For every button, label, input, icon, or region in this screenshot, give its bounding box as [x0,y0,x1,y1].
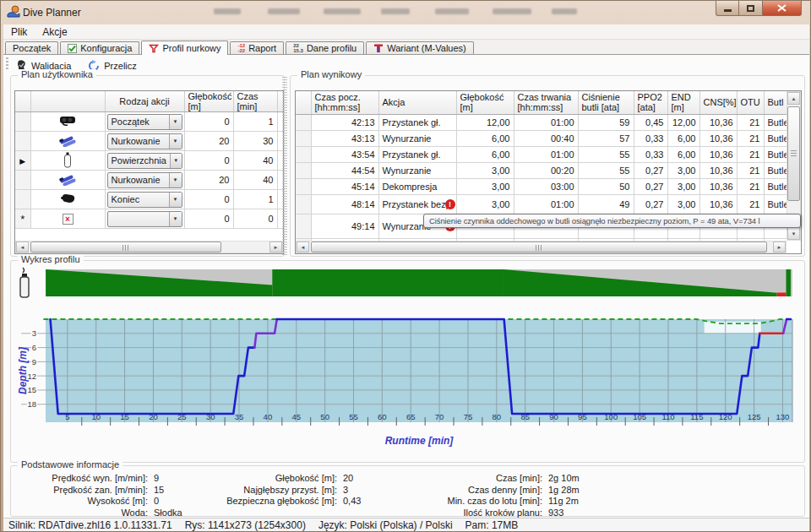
scroll-left-icon[interactable]: ◄ [297,242,309,252]
cell-czas[interactable]: 40 [233,171,277,190]
row-header[interactable] [296,162,311,178]
cell-glebokosc[interactable]: 3,00 [456,194,514,214]
tab-dane-profilu[interactable]: 2215.3 Dane profilu [286,41,364,54]
cell-ppo2[interactable]: 0,33 [634,130,667,146]
cell-ppo2[interactable]: 0,27 [634,178,667,194]
cell-end[interactable]: 12,00 [667,114,699,130]
action-type-dropdown[interactable]: Koniec▼ [107,192,182,208]
cell-glebokosc[interactable]: 3,00 [456,178,514,194]
cell-cns[interactable]: 10,36 [699,162,737,178]
cell-glebokosc[interactable]: 0 [184,112,233,132]
user-grid-hscrollbar[interactable]: ◄ ► [15,241,283,253]
chevron-down-icon[interactable]: ▼ [169,115,182,129]
row-header[interactable] [15,171,30,190]
cell-rodzaj-akcji[interactable]: Nurkowanie▼ [105,132,184,151]
cell-akcja[interactable]: Przystanek bezp.! [378,194,456,214]
cell-czas-trwania[interactable]: 01:00 [514,114,578,130]
cell-czas-pocz[interactable]: 43:13 [311,130,378,146]
cell-ppo2[interactable]: 0,27 [634,194,667,214]
cell-czas-trwania[interactable]: 01:00 [514,194,578,214]
row-header[interactable] [296,178,311,194]
cell-cisnienie[interactable]: 59 [578,114,634,130]
cell-end[interactable]: 3,00 [667,178,699,194]
cell-glebokosc[interactable]: 20 [184,171,233,190]
cell-ppo2[interactable]: 0,27 [634,162,667,178]
cell-rodzaj-akcji[interactable]: Początek▼ [105,112,184,132]
column-header-butla[interactable]: Butl [764,91,787,114]
row-header[interactable] [15,132,30,151]
panel-splitter[interactable] [282,77,287,255]
cell-czas[interactable]: 1 [233,112,277,132]
tab-profil-nurkowy[interactable]: Profil nurkowy [141,41,228,55]
cell-rodzaj-akcji[interactable]: ▼ [105,209,184,229]
tab-raport[interactable]: -12-22 Raport [230,41,284,54]
cell-akcja[interactable]: Wynurzanie [378,162,456,178]
action-type-dropdown[interactable]: Powierzchnia▼ [107,153,182,169]
tab-wariant-mvalues[interactable]: Wariant (M-Values) [366,41,474,54]
cell-cisnienie[interactable]: 49 [578,194,634,214]
chevron-down-icon[interactable]: ▼ [169,134,182,149]
cell-czas-pocz[interactable]: 44:54 [311,162,378,178]
column-header-cns[interactable]: CNS[%] [699,91,737,114]
cell-czas-trwania[interactable]: 00:40 [514,130,578,146]
scrollbar-thumb[interactable] [311,242,767,252]
action-type-dropdown[interactable]: Początek▼ [107,114,182,130]
cell-otu[interactable]: 21 [737,130,764,146]
action-type-dropdown[interactable]: Nurkowanie▼ [107,172,182,188]
menu-plik[interactable]: Plik [3,24,35,40]
cell-otu[interactable]: 21 [737,162,764,178]
cell-end[interactable]: 3,00 [667,162,699,178]
cell-end[interactable]: 3,00 [667,194,699,214]
scrollbar-thumb[interactable] [30,242,221,252]
column-header-ppo2[interactable]: PPO2[ata] [634,91,667,114]
column-header-czas-pocz[interactable]: Czas pocz.[hh:mm:ss] [311,91,378,114]
column-header-czas-trwania[interactable]: Czas trwania[hh:mm:ss] [514,91,578,114]
cell-czas-trwania[interactable]: 01:00 [514,146,578,162]
cell-akcja[interactable]: Przystanek gł. [378,146,456,162]
column-header-czas[interactable]: Czas[min] [233,91,277,112]
cell-akcja[interactable]: Przystanek gł. [378,114,456,130]
scrollbar-thumb[interactable] [787,106,800,201]
cell-butla[interactable]: Butle [764,194,787,214]
cell-action-icon[interactable] [30,112,105,132]
cell-czas-trwania[interactable]: 03:00 [514,178,578,194]
cell-czas-trwania[interactable]: 00:20 [514,162,578,178]
cell-glebokosc[interactable]: 20 [184,132,233,151]
scroll-right-icon[interactable]: ► [269,242,282,252]
scroll-up-icon[interactable]: ▲ [787,92,800,105]
cell-butla[interactable]: Butle [764,162,787,178]
cell-rodzaj-akcji[interactable]: Nurkowanie▼ [105,171,184,190]
cell-rodzaj-akcji[interactable]: Powierzchnia▼ [105,151,184,171]
cell-czas-pocz[interactable]: 49:14 [311,214,378,238]
cell-akcja[interactable]: Dekompresja [378,178,456,194]
action-type-dropdown[interactable]: ▼ [107,211,182,227]
cell-cisnienie[interactable]: 55 [578,162,634,178]
cell-czas[interactable]: 1 [233,190,277,209]
column-header-glebokosc[interactable]: Głębokość[m] [184,91,233,112]
cell-otu[interactable]: 21 [737,114,764,130]
cell-action-icon[interactable]: × [30,209,105,229]
title-bar[interactable]: Dive Planner [1,1,811,24]
row-header[interactable] [296,214,311,238]
cell-cisnienie[interactable]: 50 [578,178,634,194]
chevron-down-icon[interactable]: ▼ [169,173,182,187]
cell-butla[interactable]: Butle [764,130,787,146]
minimize-button[interactable] [716,1,739,16]
cell-czas-pocz[interactable]: 45:14 [311,178,378,194]
cell-butla[interactable]: Butle [764,114,787,130]
menu-akcje[interactable]: Akcje [35,24,74,40]
cell-ppo2[interactable]: 0,45 [634,114,667,130]
cell-rodzaj-akcji[interactable]: Koniec▼ [105,190,184,209]
action-type-dropdown[interactable]: Nurkowanie▼ [107,133,182,149]
cell-cisnienie[interactable]: 57 [578,130,634,146]
row-header[interactable]: * [15,209,30,229]
row-header[interactable]: ▶ [15,151,30,171]
cell-butla[interactable]: Butle [764,146,787,162]
row-header[interactable] [296,146,311,162]
row-header[interactable] [15,190,30,209]
cell-action-icon[interactable] [30,132,105,151]
row-header[interactable] [296,130,311,146]
cell-czas[interactable]: 0 [233,209,277,229]
cell-glebokosc[interactable]: 6,00 [456,146,514,162]
cell-cns[interactable]: 10,36 [699,114,737,130]
